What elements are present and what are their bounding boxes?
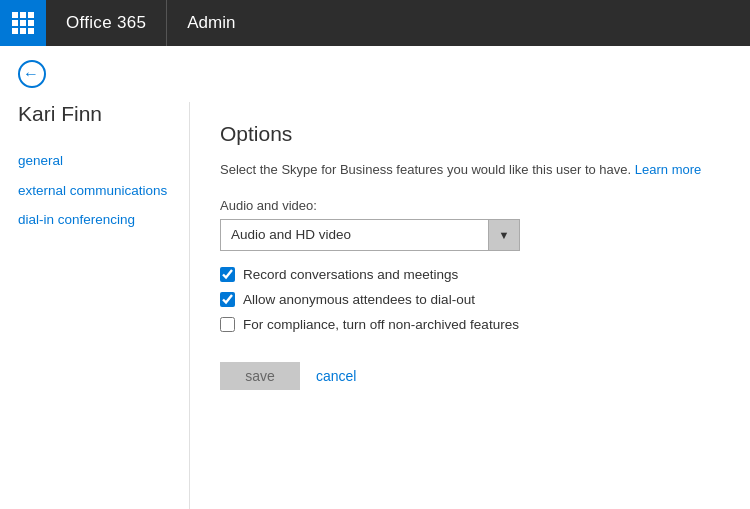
action-row: save cancel: [220, 362, 720, 390]
sidebar-item-external-communications[interactable]: external communications: [18, 176, 189, 206]
cancel-button[interactable]: cancel: [316, 362, 356, 390]
main-content: Options Select the Skype for Business fe…: [190, 102, 750, 509]
back-button[interactable]: ←: [18, 60, 46, 88]
sidebar: Kari Finn general external communication…: [0, 102, 190, 509]
app-grid-icon[interactable]: [0, 0, 46, 46]
checkbox-record[interactable]: Record conversations and meetings: [220, 267, 720, 282]
learn-more-link[interactable]: Learn more: [635, 162, 701, 177]
save-button[interactable]: save: [220, 362, 300, 390]
app-title: Office 365: [46, 0, 167, 46]
description: Select the Skype for Business features y…: [220, 160, 720, 180]
section-title: Admin: [167, 13, 255, 33]
audio-video-label: Audio and video:: [220, 198, 720, 213]
user-name: Kari Finn: [18, 102, 189, 126]
checkbox-anonymous[interactable]: Allow anonymous attendees to dial-out: [220, 292, 720, 307]
checkbox-anonymous-label: Allow anonymous attendees to dial-out: [243, 292, 475, 307]
topbar: Office 365 Admin: [0, 0, 750, 46]
checkbox-anonymous-input[interactable]: [220, 292, 235, 307]
content-area: ← Kari Finn general external communicati…: [0, 46, 750, 509]
checkbox-compliance[interactable]: For compliance, turn off non-archived fe…: [220, 317, 720, 332]
main-layout: Kari Finn general external communication…: [0, 102, 750, 509]
checkbox-record-input[interactable]: [220, 267, 235, 282]
checkbox-group: Record conversations and meetings Allow …: [220, 267, 720, 332]
checkbox-compliance-input[interactable]: [220, 317, 235, 332]
back-arrow-icon: ←: [23, 66, 39, 82]
options-title: Options: [220, 122, 720, 146]
audio-video-select[interactable]: Audio and HD video Audio only None: [220, 219, 520, 251]
sidebar-item-general[interactable]: general: [18, 146, 189, 176]
checkbox-compliance-label: For compliance, turn off non-archived fe…: [243, 317, 519, 332]
audio-video-select-wrapper: Audio and HD video Audio only None: [220, 219, 520, 251]
back-row: ←: [0, 46, 750, 102]
grid-dots: [12, 12, 34, 34]
checkbox-record-label: Record conversations and meetings: [243, 267, 458, 282]
sidebar-item-dial-in-conferencing[interactable]: dial-in conferencing: [18, 205, 189, 235]
